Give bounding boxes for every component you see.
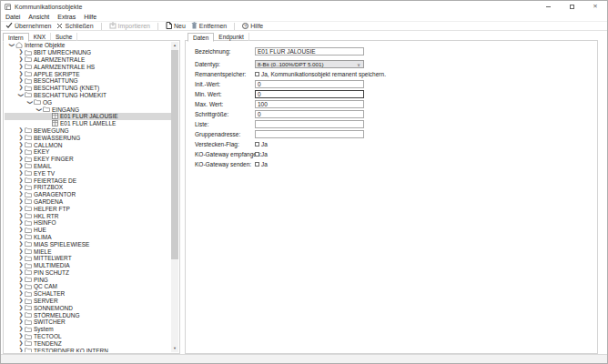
tree-item-beschattung[interactable]: ❯BESCHATTUNG xyxy=(5,77,171,85)
tree-item-tectool[interactable]: ❯TECTOOL xyxy=(5,333,171,340)
chevron-right-icon[interactable]: ❯ xyxy=(17,135,25,141)
tree-item-ekey-finger[interactable]: ❯EKEY FINGER xyxy=(5,156,171,163)
chevron-right-icon[interactable]: ❯ xyxy=(17,298,25,304)
chevron-down-icon[interactable]: ❯ xyxy=(17,92,25,98)
chevron-right-icon[interactable]: ❯ xyxy=(17,127,25,134)
max-wert-input[interactable] xyxy=(255,100,364,108)
chevron-right-icon[interactable]: ❯ xyxy=(17,64,25,70)
chevron-right-icon[interactable]: ❯ xyxy=(17,340,25,347)
tree-item-interne-objekte[interactable]: ❯Interne Objekte xyxy=(5,42,171,49)
chevron-right-icon[interactable]: ❯ xyxy=(17,255,25,261)
datentyp-select[interactable]: 8-Bit (0..100%/DPT 5.001)∨ xyxy=(255,60,364,68)
tab-daten[interactable]: Daten xyxy=(187,33,214,42)
tree-item-bewasserung[interactable]: ❯BEWÄSSERUNG xyxy=(5,134,171,141)
tree-item-testordner-ko-intern[interactable]: ❯TESTORDNER KO INTERN xyxy=(5,347,171,352)
chevron-right-icon[interactable]: ❯ xyxy=(17,326,25,332)
uebernehmen-button[interactable]: Übernehmen xyxy=(5,22,51,30)
tree-item-ping[interactable]: ❯PING xyxy=(5,276,171,283)
tree-item-ekey[interactable]: ❯EKEY xyxy=(5,148,171,156)
chevron-right-icon[interactable]: ❯ xyxy=(17,142,25,148)
scroll-down-icon[interactable]: ▼ xyxy=(171,345,178,352)
maximize-button[interactable] xyxy=(560,1,583,12)
init-wert-input[interactable] xyxy=(255,80,364,88)
close-button[interactable]: ✕ xyxy=(583,1,607,12)
tree-item-sonnemond[interactable]: ❯SONNEMOND xyxy=(5,304,171,311)
tree-item-e01-flur-lamelle[interactable]: E01 FLUR LAMELLE xyxy=(5,120,171,127)
chevron-right-icon[interactable]: ❯ xyxy=(17,56,25,63)
tree-item-qc-cam[interactable]: ❯QC CAM xyxy=(5,283,171,290)
chevron-right-icon[interactable]: ❯ xyxy=(17,184,25,190)
chevron-right-icon[interactable]: ❯ xyxy=(17,262,25,268)
hilfe-button[interactable]: ?Hilfe xyxy=(242,23,263,29)
tree-item-schalter[interactable]: ❯SCHALTER xyxy=(5,290,171,298)
tree-item-eye-tv[interactable]: ❯EYE TV xyxy=(5,169,171,177)
chevron-right-icon[interactable]: ❯ xyxy=(17,234,25,240)
tree-item-hkl-rtr[interactable]: ❯HKL RTR xyxy=(5,212,171,219)
liste-input[interactable] xyxy=(255,120,364,128)
tree-item-feiertage-de[interactable]: ❯FEIERTAGE DE xyxy=(5,177,171,184)
ko-gateway-senden-checkbox[interactable] xyxy=(255,162,259,167)
tab-endpunkt[interactable]: Endpunkt xyxy=(214,33,248,41)
tree-item-system[interactable]: ❯System xyxy=(5,326,171,333)
chevron-right-icon[interactable]: ❯ xyxy=(17,71,25,77)
tree-item-hue[interactable]: ❯HUE xyxy=(5,227,171,234)
tree-item-gardena[interactable]: ❯GARDENA xyxy=(5,198,171,206)
chevron-right-icon[interactable]: ❯ xyxy=(17,191,25,197)
chevron-right-icon[interactable]: ❯ xyxy=(17,77,25,84)
chevron-down-icon[interactable]: ❯ xyxy=(35,106,43,113)
tree-item-mittelwert[interactable]: ❯MITTELWERT xyxy=(5,255,171,262)
menu-item-ansicht[interactable]: Ansicht xyxy=(28,14,49,20)
schliessen-button[interactable]: Schließen xyxy=(56,23,93,30)
chevron-down-icon[interactable]: ❯ xyxy=(8,42,15,48)
tree-item-og[interactable]: ❯OG xyxy=(5,98,171,106)
chevron-right-icon[interactable]: ❯ xyxy=(17,290,25,297)
tree-item-mias-spielewiese[interactable]: ❯MIAS SPIELEWIESE xyxy=(5,240,171,248)
tree-item-tendenz[interactable]: ❯TENDENZ xyxy=(5,339,171,347)
bezeichnung-input[interactable] xyxy=(255,47,364,56)
tree-item-multimedia[interactable]: ❯MULTIMEDIA xyxy=(5,262,171,269)
tree-item-switcher[interactable]: ❯SWITCHER xyxy=(5,318,171,326)
chevron-right-icon[interactable]: ❯ xyxy=(17,241,25,248)
neu-button[interactable]: Neu xyxy=(166,22,186,30)
tab-knx[interactable]: KNX xyxy=(29,33,51,41)
chevron-right-icon[interactable]: ❯ xyxy=(17,283,25,289)
minimize-button[interactable] xyxy=(536,1,560,12)
tree-item-bewegung[interactable]: ❯BEWEGUNG xyxy=(5,127,171,135)
tree-item-pin-schutz[interactable]: ❯PIN SCHUTZ xyxy=(5,269,171,277)
chevron-right-icon[interactable]: ❯ xyxy=(17,277,25,283)
chevron-right-icon[interactable]: ❯ xyxy=(17,206,25,212)
tree-item-callmon[interactable]: ❯CALLMON xyxy=(5,141,171,148)
tree-item-e01-flur-jalousie[interactable]: E01 FLUR JALOUSIE xyxy=(5,113,171,120)
tree-item-beschattung-knet[interactable]: ❯BESCHATTUNG (KNET) xyxy=(5,85,171,92)
chevron-right-icon[interactable]: ❯ xyxy=(17,198,25,205)
min-wert-input[interactable] xyxy=(255,90,364,98)
chevron-right-icon[interactable]: ❯ xyxy=(17,170,25,177)
tab-suche[interactable]: Suche xyxy=(51,33,77,41)
tree-item-beschattung-homekit[interactable]: ❯BESCHATTUNG HOMEKIT xyxy=(5,92,171,99)
tree-item-email[interactable]: ❯EMAIL xyxy=(5,163,171,170)
tree-item-helfer-ftp[interactable]: ❯HELFER FTP xyxy=(5,205,171,212)
chevron-down-icon[interactable]: ❯ xyxy=(26,99,34,106)
chevron-right-icon[interactable]: ❯ xyxy=(17,177,25,184)
chevron-right-icon[interactable]: ❯ xyxy=(17,318,25,325)
chevron-right-icon[interactable]: ❯ xyxy=(17,269,25,276)
chevron-right-icon[interactable]: ❯ xyxy=(17,227,25,233)
verstecken-flag-checkbox[interactable] xyxy=(255,142,259,147)
tab-intern[interactable]: Intern xyxy=(3,33,29,42)
chevron-right-icon[interactable]: ❯ xyxy=(17,333,25,339)
chevron-right-icon[interactable]: ❯ xyxy=(17,312,25,318)
tree-item-hsinfo[interactable]: ❯HSINFO xyxy=(5,219,171,227)
tree-item-stormeldung[interactable]: ❯STÖRMELDUNG xyxy=(5,311,171,318)
tree-item-miele[interactable]: ❯MIELE xyxy=(5,248,171,255)
tree-item-server[interactable]: ❯SERVER xyxy=(5,298,171,305)
tree-item-klima[interactable]: ❯KLIMA xyxy=(5,234,171,241)
chevron-right-icon[interactable]: ❯ xyxy=(17,148,25,155)
chevron-right-icon[interactable]: ❯ xyxy=(17,156,25,162)
scrollbar-thumb[interactable] xyxy=(171,50,178,259)
tree-item-eingang[interactable]: ❯EINGANG xyxy=(5,106,171,113)
chevron-right-icon[interactable]: ❯ xyxy=(17,219,25,226)
chevron-right-icon[interactable]: ❯ xyxy=(17,163,25,169)
menu-item-datei[interactable]: Datei xyxy=(5,14,20,20)
chevron-right-icon[interactable]: ❯ xyxy=(17,213,25,219)
tree-item-fritzbox[interactable]: ❯FRITZBOX xyxy=(5,184,171,191)
